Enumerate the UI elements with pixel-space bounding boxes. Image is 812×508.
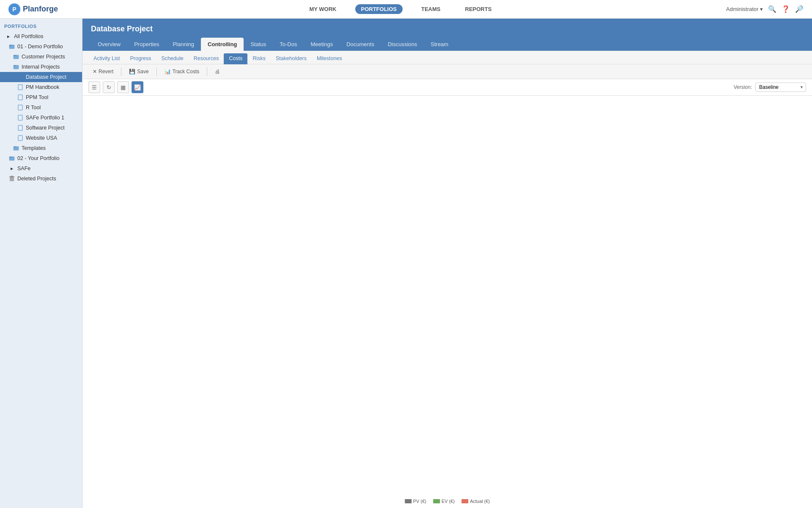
sidebar-item-label: SAFe Portfolio 1: [26, 115, 64, 121]
sidebar-item-safe[interactable]: ▸SAFe: [0, 163, 82, 174]
project-tab-status[interactable]: Status: [244, 38, 273, 51]
sidebar-item-pm-handbook[interactable]: PM Handbook: [0, 82, 82, 92]
refresh-button[interactable]: ↻: [103, 81, 115, 93]
project-header: Database Project OverviewPropertiesPlann…: [82, 19, 812, 51]
save-button[interactable]: 💾 Save: [125, 67, 153, 76]
zoom-icon[interactable]: 🔎: [795, 5, 804, 13]
sub-tab-milestones[interactable]: Milestones: [312, 53, 347, 64]
view-icons: ☰ ↻ ▦ 📈: [88, 81, 143, 93]
svg-text:5.000: 5.000: [98, 426, 110, 431]
main-content: Database Project OverviewPropertiesPlann…: [82, 19, 812, 508]
sub-tab-stakeholders[interactable]: Stakeholders: [271, 53, 312, 64]
project-tab-stream[interactable]: Stream: [424, 38, 455, 51]
sidebar-item-database-project[interactable]: Database Project: [0, 72, 82, 82]
bar-chart-button[interactable]: ▦: [117, 81, 129, 93]
sidebar-item-label: Internal Projects: [22, 64, 60, 70]
svg-text:20.11.23: 20.11.23: [351, 465, 367, 470]
project-tab-overview[interactable]: Overview: [91, 38, 127, 51]
svg-rect-14: [14, 146, 16, 147]
search-icon[interactable]: 🔍: [768, 5, 776, 13]
sidebar-item-label: All Portfolios: [14, 33, 43, 39]
legend-color: [461, 499, 468, 503]
project-tab-discussions[interactable]: Discussions: [381, 38, 424, 51]
version-selector: Version: BaselineCurrentDraft: [734, 83, 806, 92]
sidebar-item-label: R Tool: [26, 105, 41, 110]
svg-rect-19: [11, 176, 13, 177]
sidebar-item-icon: [17, 124, 24, 131]
list-view-button[interactable]: ☰: [88, 81, 100, 93]
nav-link-my-work[interactable]: MY WORK: [303, 4, 342, 14]
svg-rect-11: [18, 125, 22, 130]
project-tab-meetings[interactable]: Meetings: [304, 38, 340, 51]
version-label: Version:: [734, 84, 752, 90]
sidebar-item-icon: [8, 43, 15, 50]
nav-link-portfolios[interactable]: PORTFOLIOS: [355, 4, 403, 14]
sidebar-item-label: PM Handbook: [26, 84, 59, 90]
project-tab-properties[interactable]: Properties: [127, 38, 166, 51]
legend-label: EV (€): [442, 499, 455, 504]
sidebar-item-templates[interactable]: Templates: [0, 143, 82, 153]
track-costs-icon: 📊: [165, 69, 171, 75]
extra-button[interactable]: 🖨: [211, 67, 224, 76]
svg-text:02.10.23: 02.10.23: [104, 465, 121, 470]
nav-link-teams[interactable]: TEAMS: [415, 4, 447, 14]
sidebar-item-icon: ▸: [8, 165, 15, 172]
sidebar-item-internal-projects[interactable]: Internal Projects: [0, 62, 82, 72]
sidebar-item-website-usa[interactable]: Website USA: [0, 133, 82, 143]
sub-tab-activity-list[interactable]: Activity List: [88, 53, 125, 64]
project-title: Database Project: [91, 25, 804, 33]
revert-button[interactable]: ✕ Revert: [88, 67, 118, 76]
sidebar-item-ppm-tool[interactable]: PPM Tool: [0, 92, 82, 102]
sub-tab-risks[interactable]: Risks: [247, 53, 271, 64]
svg-text:08.02.24: 08.02.24: [746, 465, 763, 470]
version-select[interactable]: BaselineCurrentDraft: [755, 83, 806, 92]
sidebar-item-software-project[interactable]: Software Project: [0, 123, 82, 133]
project-tab-controlling[interactable]: Controlling: [201, 38, 244, 51]
sidebar-item-icon: [8, 155, 15, 162]
sub-tab-costs[interactable]: Costs: [224, 53, 247, 64]
legend-label: PV (€): [413, 499, 426, 504]
sidebar-item-01---demo-portfolio[interactable]: 01 - Demo Portfolio: [0, 41, 82, 52]
sub-tab-resources[interactable]: Resources: [189, 53, 224, 64]
svg-rect-12: [18, 135, 22, 141]
logo-text: Planforge: [23, 5, 58, 14]
sidebar-item-safe-portfolio-1[interactable]: SAFe Portfolio 1: [0, 113, 82, 123]
svg-rect-7: [18, 85, 22, 90]
track-costs-button[interactable]: 📊 Track Costs: [160, 67, 204, 76]
sidebar-item-r-tool[interactable]: R Tool: [0, 102, 82, 113]
sidebar-item-deleted-projects[interactable]: Deleted Projects: [0, 174, 82, 184]
sidebar-item-customer-projects[interactable]: Customer Projects: [0, 52, 82, 62]
svg-rect-5: [14, 65, 16, 66]
svg-text:10.11.23: 10.11.23: [302, 465, 318, 470]
sidebar-item-02---your-portfolio[interactable]: 02 - Your Portfolio: [0, 153, 82, 163]
project-tab-planning[interactable]: Planning: [166, 38, 201, 51]
svg-text:12.10.23: 12.10.23: [153, 465, 170, 470]
svg-text:18.02.24: 18.02.24: [796, 465, 808, 470]
user-menu[interactable]: Administrator ▾: [726, 6, 763, 12]
sub-tab-progress[interactable]: Progress: [125, 53, 156, 64]
svg-text:29.01.24: 29.01.24: [697, 465, 713, 470]
line-chart-button[interactable]: 📈: [132, 81, 143, 93]
sidebar-item-icon: [17, 114, 24, 121]
track-costs-label: Track Costs: [173, 69, 200, 75]
svg-rect-9: [18, 105, 22, 110]
svg-text:30.000: 30.000: [95, 264, 110, 269]
project-tab-to-dos[interactable]: To-Dos: [273, 38, 304, 51]
logo: P Planforge: [8, 3, 58, 15]
sub-tab-schedule[interactable]: Schedule: [156, 53, 189, 64]
svg-text:31.10.23: 31.10.23: [252, 465, 269, 470]
sidebar-item-label: Database Project: [26, 74, 66, 80]
separator-1: [121, 67, 121, 76]
svg-rect-8: [18, 95, 22, 100]
nav-link-reports[interactable]: REPORTS: [459, 4, 498, 14]
svg-rect-1: [9, 45, 12, 46]
svg-text:20.12.23: 20.12.23: [499, 465, 516, 470]
help-icon[interactable]: ❓: [782, 5, 790, 13]
project-tab-documents[interactable]: Documents: [340, 38, 381, 51]
legend-item-pv: PV (€): [405, 499, 426, 504]
sidebar-item-label: Software Project: [26, 125, 65, 131]
sidebar-items: ▸All Portfolios01 - Demo PortfolioCustom…: [0, 31, 82, 184]
sidebar-item-icon: [17, 94, 24, 101]
sidebar-item-all-portfolios[interactable]: ▸All Portfolios: [0, 31, 82, 41]
svg-rect-16: [9, 157, 12, 158]
